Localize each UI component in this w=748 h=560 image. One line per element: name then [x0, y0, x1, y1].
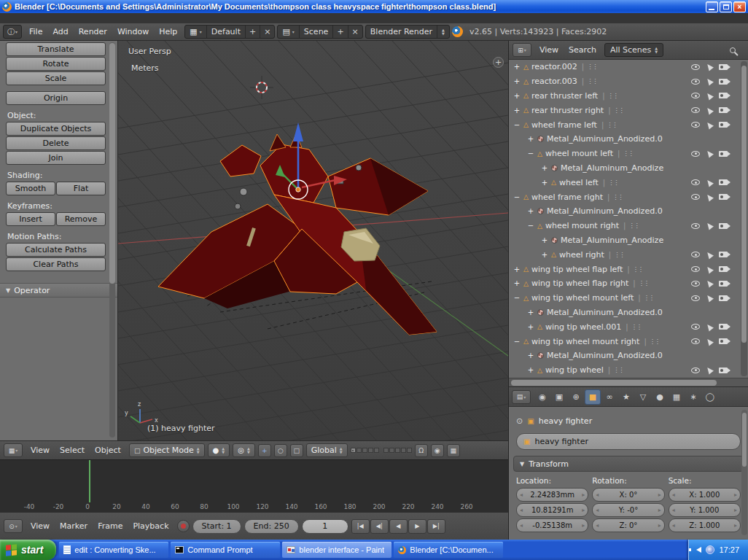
increment-arrow-icon[interactable]: ▸ — [658, 522, 661, 529]
expand-icon[interactable]: + — [527, 207, 534, 215]
render-camera-icon[interactable] — [719, 122, 728, 128]
render-camera-icon[interactable] — [719, 295, 728, 301]
render-camera-icon[interactable] — [719, 179, 728, 185]
menu-frame[interactable]: Frame — [93, 521, 128, 531]
visibility-eye-icon[interactable] — [691, 179, 700, 185]
render-camera-icon[interactable] — [719, 252, 728, 257]
layer-toggle[interactable] — [368, 448, 373, 453]
outliner-scrollbar-thumb[interactable] — [741, 66, 747, 343]
frame-start-field[interactable]: Start: 1 — [192, 519, 241, 534]
layer-toggle[interactable] — [362, 448, 367, 453]
outliner-row-rear-thruster-right[interactable]: +△rear thruster right|⋮⋮ — [509, 103, 748, 117]
properties-scrollbar-thumb[interactable] — [742, 413, 747, 467]
expand-icon[interactable]: + — [527, 366, 534, 374]
visibility-eye-icon[interactable] — [691, 64, 700, 70]
pivot-point-dropdown[interactable]: ◎ ▲▼ — [233, 443, 255, 457]
outliner-row-reactor-002[interactable]: +△reactor.002|⋮⋮ — [509, 60, 748, 74]
outliner-row-wheel-frame-left[interactable]: −△wheel frame left|⋮⋮ — [509, 117, 748, 132]
expand-icon[interactable]: + — [541, 179, 548, 187]
render-camera-icon[interactable] — [719, 79, 728, 85]
render-camera-icon[interactable] — [719, 64, 728, 70]
tab-texture[interactable]: ▦ — [669, 389, 685, 405]
outliner-row-wing-tip-wheel-mount-left[interactable]: −△wing tip wheel mount left|⋮⋮ — [509, 291, 748, 306]
tab-render[interactable]: ◉ — [534, 389, 550, 405]
previous-keyframe-button[interactable]: ◀| — [370, 519, 389, 534]
viewport-3d-scene[interactable]: zxy — [118, 41, 508, 440]
scale-button[interactable]: Scale — [6, 71, 106, 85]
visibility-eye-icon[interactable] — [691, 151, 700, 157]
outliner-row-metal-aluminum-anodized-0[interactable]: +Metal_Aluminum_Anodized.0 — [509, 204, 748, 219]
number-field[interactable]: ◂-0.25138m▸ — [516, 518, 588, 532]
outliner-hscrollbar[interactable] — [509, 378, 748, 386]
selectability-cursor-icon[interactable] — [705, 120, 714, 129]
opengl-render-button[interactable]: ◉ — [431, 444, 444, 457]
increment-arrow-icon[interactable]: ▸ — [734, 491, 737, 498]
scene-selector[interactable]: ▤▾ Scene + × — [277, 25, 362, 39]
selectability-cursor-icon[interactable] — [705, 63, 714, 71]
menu-object[interactable]: Object — [90, 446, 126, 455]
manipulator-rotate-toggle[interactable]: ○ — [274, 444, 287, 457]
expand-icon[interactable]: + — [527, 135, 534, 143]
number-field[interactable]: ◂X: 1.000▸ — [669, 488, 741, 502]
editor-type-properties-button[interactable]: ▤▾ — [512, 390, 531, 404]
outliner-row-metal-aluminum-anodized-0[interactable]: +Metal_Aluminum_Anodized.0 — [509, 306, 748, 320]
visibility-eye-icon[interactable] — [691, 122, 700, 128]
menu-help[interactable]: Help — [154, 27, 182, 36]
calculate-paths-button[interactable]: Calculate Paths — [6, 243, 106, 257]
menu-playback[interactable]: Playback — [128, 521, 174, 531]
visibility-eye-icon[interactable] — [691, 252, 700, 257]
taskbar-task[interactable]: edit : Converting Ske... — [59, 542, 168, 558]
visibility-eye-icon[interactable] — [691, 194, 700, 200]
add-screen-button[interactable]: + — [245, 26, 260, 38]
selectability-cursor-icon[interactable] — [705, 337, 714, 346]
expand-icon[interactable]: + — [513, 77, 521, 85]
delete-scene-button[interactable]: × — [348, 26, 362, 38]
increment-arrow-icon[interactable]: ▸ — [582, 522, 585, 529]
expand-icon[interactable]: + — [513, 63, 521, 71]
operator-panel-header[interactable]: ▼ Operator — [0, 283, 117, 298]
search-icon[interactable] — [730, 47, 736, 53]
collapse-icon[interactable]: − — [513, 121, 521, 129]
start-button[interactable]: start — [0, 540, 56, 560]
outliner-row-reactor-003[interactable]: +△reactor.003|⋮⋮ — [509, 74, 748, 89]
taskbar-task[interactable]: Command Prompt — [171, 542, 280, 558]
editor-type-timeline-button[interactable]: ⊙▾ — [4, 519, 23, 533]
outliner-row-wing-tip-wheel-flap-left[interactable]: +△wing tip wheel flap left|⋮⋮ — [509, 262, 748, 276]
collapse-icon[interactable]: − — [527, 149, 534, 158]
selectability-cursor-icon[interactable] — [705, 192, 714, 201]
opengl-render-anim-button[interactable]: ▦ — [447, 444, 460, 457]
outliner-row-wheel-mount-right[interactable]: −△wheel mount right|⋮⋮ — [509, 219, 748, 233]
menu-search[interactable]: Search — [564, 45, 601, 55]
delete-screen-button[interactable]: × — [260, 26, 274, 38]
viewport-shading-dropdown[interactable]: ● ▲▼ — [208, 443, 230, 457]
expand-icon[interactable]: + — [513, 265, 521, 273]
tab-particles[interactable]: ∗ — [685, 389, 701, 405]
visibility-eye-icon[interactable] — [691, 93, 700, 98]
remove-keyframe-button[interactable]: Remove — [56, 212, 106, 226]
collapse-icon[interactable]: − — [513, 193, 521, 201]
number-field[interactable]: ◂X: 0°▸ — [592, 488, 664, 502]
outliner-scope-dropdown[interactable]: All Scenes ▲▼ — [604, 43, 663, 57]
play-button[interactable]: ▶ — [408, 519, 426, 534]
editor-type-info-button[interactable]: ⓘ▾ — [3, 25, 22, 39]
snap-magnet-toggle[interactable]: Ω — [415, 444, 428, 457]
outliner-row-wheel-mount-left[interactable]: −△wheel mount left|⋮⋮ — [509, 147, 748, 161]
playhead[interactable] — [89, 460, 90, 502]
clear-paths-button[interactable]: Clear Paths — [6, 257, 106, 271]
render-camera-icon[interactable] — [719, 151, 728, 157]
render-camera-icon[interactable] — [719, 368, 728, 373]
auto-keyframe-record-button[interactable] — [177, 520, 190, 532]
menu-marker[interactable]: Marker — [55, 521, 93, 531]
visibility-eye-icon[interactable] — [691, 324, 700, 330]
editor-type-outliner-button[interactable]: ⊞▾ — [513, 43, 531, 57]
layer-toggle[interactable] — [374, 448, 379, 453]
expand-icon[interactable]: + — [513, 92, 521, 100]
menu-window[interactable]: Window — [112, 27, 154, 36]
browse-screens-icon[interactable]: ▦▾ — [185, 26, 206, 38]
layer-toggle[interactable] — [407, 448, 412, 453]
expand-icon[interactable]: + — [527, 308, 534, 316]
manipulator-scale-toggle[interactable]: □ — [290, 444, 303, 457]
menu-view[interactable]: View — [26, 521, 55, 531]
visibility-eye-icon[interactable] — [691, 368, 700, 373]
visibility-eye-icon[interactable] — [691, 281, 700, 287]
